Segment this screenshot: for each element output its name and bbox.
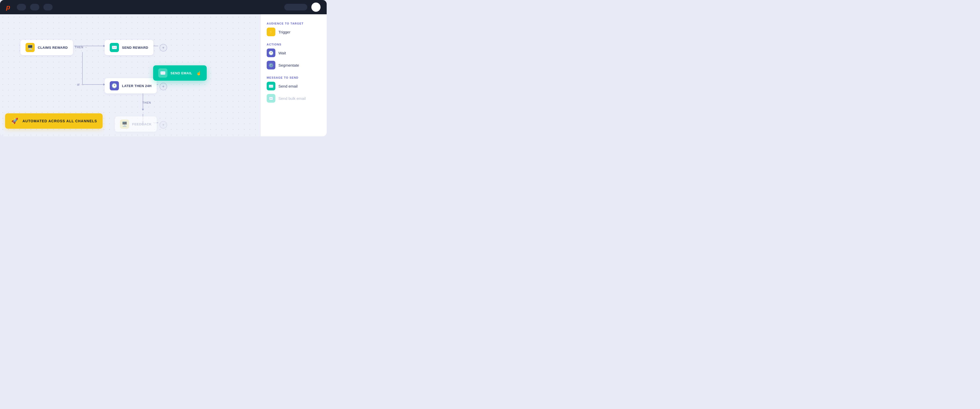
trigger-icon: ⚡ <box>267 27 275 36</box>
sidebar-actions-title: ACTIONS <box>267 43 321 46</box>
send-email-icon: ✉️ <box>158 68 167 78</box>
wait-icon: 🕐 <box>267 48 275 57</box>
automated-banner-label: AUTOMATED ACROSS ALL CHANNELS <box>22 119 97 123</box>
sidebar-message-title: MESSAGE TO SEND <box>267 76 321 79</box>
sidebar-item-wait[interactable]: 🕐 Wait <box>267 48 321 58</box>
avatar[interactable] <box>311 3 321 12</box>
nav-item-3[interactable] <box>43 4 52 11</box>
node-send-email[interactable]: ✉️ SEND EMAIL ☝️ <box>153 65 207 81</box>
send-email-label: SEND EMAIL <box>170 71 192 75</box>
node-claims-reward[interactable]: 🖥️ CLAIMS REWARD <box>21 40 73 55</box>
logo-icon: p <box>6 3 10 11</box>
svg-marker-6 <box>142 109 144 111</box>
sidebar: AUDIENCE TO TARGET ⚡ Trigger ACTIONS 🕐 W… <box>260 14 327 136</box>
node-later-24h[interactable]: 🕐 LATER THEN 24H <box>105 78 157 94</box>
sidebar-audience-title: AUDIENCE TO TARGET <box>267 22 321 25</box>
sidebar-item-trigger[interactable]: ⚡ Trigger <box>267 27 321 37</box>
workflow-canvas: 🖥️ CLAIMS REWARD THEN → ✉️ SEND REWARD +… <box>0 14 260 136</box>
sidebar-audience-section: AUDIENCE TO TARGET ⚡ Trigger <box>267 22 321 37</box>
connector-if: IF → <box>77 83 84 86</box>
later-24h-label: LATER THEN 24H <box>122 84 151 88</box>
connector-then-2: THEN <box>142 101 151 104</box>
sidebar-send-email-label: Send email <box>278 84 298 88</box>
add-button-1[interactable]: + <box>159 44 167 52</box>
sidebar-item-segmentate[interactable]: ⚙️ Segmentate <box>267 60 321 70</box>
claims-reward-label: CLAIMS REWARD <box>38 46 68 49</box>
send-email-sidebar-icon: ✉️ <box>267 82 275 91</box>
topnav: p <box>0 0 327 14</box>
sidebar-wait-label: Wait <box>278 51 286 55</box>
feedback-icon: 🖥️ <box>120 119 129 129</box>
send-reward-label: SEND REWARD <box>122 46 148 49</box>
cursor-icon: ☝️ <box>196 71 202 76</box>
send-reward-icon: ✉️ <box>110 43 119 52</box>
add-button-3[interactable]: + <box>159 121 167 129</box>
send-bulk-email-icon: ✉️ <box>267 94 275 103</box>
connector-then-1: THEN → <box>75 46 88 49</box>
sidebar-actions-section: ACTIONS 🕐 Wait ⚙️ Segmentate <box>267 43 321 70</box>
claims-reward-icon: 🖥️ <box>25 43 35 52</box>
later-24h-icon: 🕐 <box>110 81 119 91</box>
nav-item-2[interactable] <box>30 4 39 11</box>
feedback-label: FEEDBACK <box>132 122 151 126</box>
sidebar-trigger-label: Trigger <box>278 30 290 34</box>
rocket-icon: 🚀 <box>11 117 19 125</box>
segmentate-icon: ⚙️ <box>267 61 275 70</box>
nav-item-1[interactable] <box>17 4 26 11</box>
main-content: 🖥️ CLAIMS REWARD THEN → ✉️ SEND REWARD +… <box>0 14 327 136</box>
add-button-2[interactable]: + <box>159 83 167 91</box>
sidebar-segmentate-label: Segmentate <box>278 63 299 67</box>
sidebar-message-section: MESSAGE TO SEND ✉️ Send email ✉️ Send bu… <box>267 76 321 103</box>
node-send-reward[interactable]: ✉️ SEND REWARD <box>105 40 153 55</box>
sidebar-send-bulk-email-label: Send bulk email <box>278 96 306 100</box>
nav-settings[interactable] <box>284 4 307 11</box>
sidebar-item-send-email[interactable]: ✉️ Send email <box>267 81 321 91</box>
node-feedback[interactable]: 🖥️ FEEDBACK <box>115 116 157 132</box>
automated-banner: 🚀 AUTOMATED ACROSS ALL CHANNELS <box>5 113 103 129</box>
sidebar-item-send-bulk-email[interactable]: ✉️ Send bulk email <box>267 94 321 103</box>
